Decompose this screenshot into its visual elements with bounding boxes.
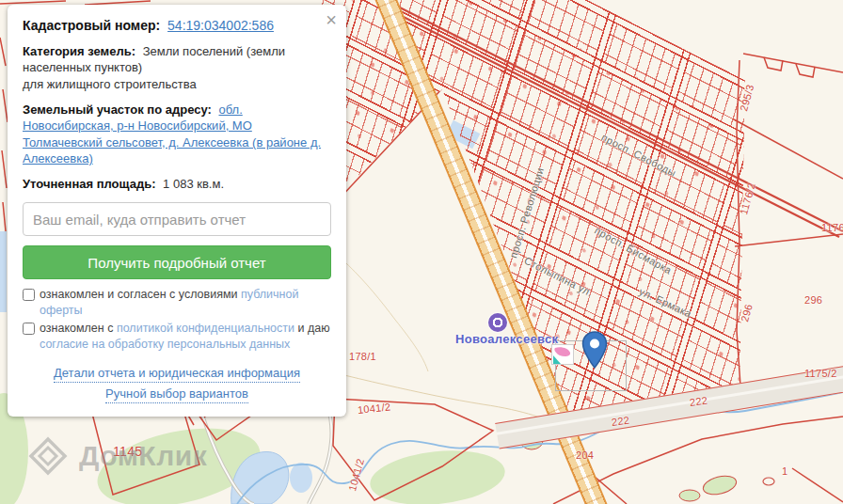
- address-label: Земельный участок по адресу:: [23, 102, 212, 117]
- panel-bottom-links: Детали отчета и юридическая информация Р…: [23, 364, 331, 405]
- consent-privacy-checkbox[interactable]: [23, 323, 35, 335]
- manual-selection-link[interactable]: Ручной выбор вариантов: [105, 386, 248, 403]
- close-icon[interactable]: ×: [326, 10, 337, 29]
- photo-thumbnail[interactable]: [551, 344, 574, 365]
- land-category-label: Категория земель:: [23, 44, 135, 58]
- parcel-info-panel: × Кадастровый номер: 54:19:034002:586 Ка…: [8, 5, 346, 417]
- personal-data-link[interactable]: согласие на обработку персональных данны…: [40, 338, 290, 351]
- town-icon: [488, 313, 507, 332]
- area-row: Уточненная площадь: 1 083 кв.м.: [23, 176, 331, 193]
- privacy-policy-link[interactable]: политикой конфиденциальности: [117, 322, 294, 335]
- consent-offer-checkbox[interactable]: [23, 289, 35, 301]
- map-pin[interactable]: [581, 331, 608, 369]
- report-details-link[interactable]: Детали отчета и юридическая информация: [54, 366, 300, 383]
- cadastral-number-link[interactable]: 54:19:034002:586: [167, 18, 274, 33]
- land-category-row: Категория земель: Земли поселений (земли…: [23, 43, 331, 93]
- consent-offer-row: ознакомлен и согласен с условиями публич…: [23, 287, 331, 319]
- town-label: Новоалексеевск: [455, 332, 558, 346]
- cadastral-number-row: Кадастровый номер: 54:19:034002:586: [23, 17, 331, 35]
- cadastral-number-label: Кадастровый номер:: [23, 18, 160, 33]
- area-value: 1 083 кв.м.: [163, 177, 224, 191]
- get-report-button[interactable]: Получить подробный отчет: [23, 245, 331, 279]
- consent-privacy-text: ознакомлен с политикой конфиденциальност…: [40, 321, 331, 353]
- area-label: Уточненная площадь:: [23, 177, 155, 191]
- email-input[interactable]: [23, 202, 331, 236]
- consent-privacy-row: ознакомлен с политикой конфиденциальност…: [23, 321, 331, 353]
- address-row: Земельный участок по адресу: обл. Новоси…: [23, 102, 331, 167]
- land-category-value2: для жилищного строительства: [23, 76, 331, 93]
- consent-offer-text: ознакомлен и согласен с условиями публич…: [40, 287, 331, 319]
